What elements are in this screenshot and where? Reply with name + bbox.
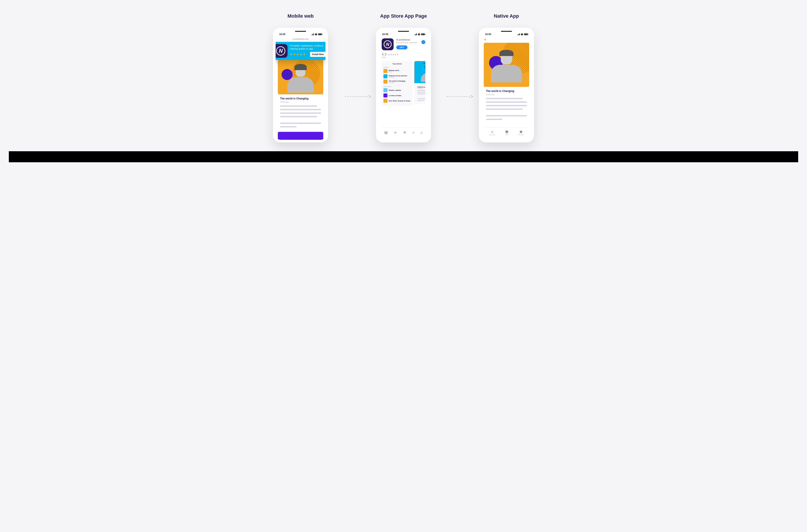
section-label: Opinion xyxy=(383,66,411,68)
status-time: 16:05 xyxy=(382,33,388,36)
wifi-icon: ◉ xyxy=(315,33,317,36)
phone-mockup-native: 16:05 ◉ ‹ The world is Changin xyxy=(479,28,534,142)
text-placeholder xyxy=(417,100,424,101)
text-placeholder xyxy=(486,101,527,103)
get-button[interactable]: GET xyxy=(396,45,407,50)
app-name: N.worldnews xyxy=(396,38,419,41)
story-item: How 'Woke' became an Insult xyxy=(383,99,411,103)
tab-games[interactable]: ⌯ xyxy=(393,131,397,134)
text-placeholder xyxy=(486,105,527,106)
wifi-icon: ◉ xyxy=(521,33,523,36)
banner-message: For better experience, continue reading … xyxy=(290,44,325,51)
story-item: The world is ChangingYesterday xyxy=(383,80,411,83)
text-placeholder xyxy=(280,122,321,124)
story-time: Yesterday xyxy=(389,82,411,83)
column-mobile-web: Mobile web 16:05 ◉ m.worldnews.com N For… xyxy=(273,13,328,142)
star-half-icon: ⯨ xyxy=(303,52,306,56)
story-item: Let them eat fake xyxy=(383,94,411,97)
phone-mockup-mobile-web: 16:05 ◉ m.worldnews.com N For better exp… xyxy=(273,28,328,142)
tab-video[interactable]: ▣video xyxy=(505,129,508,135)
story-time: Yesterday xyxy=(389,76,411,78)
more-button[interactable]: ⋯ xyxy=(421,40,425,44)
tab-arcade[interactable]: ⟐ xyxy=(412,131,415,134)
story-title: How 'Woke' became an Insult xyxy=(389,100,411,102)
text-placeholder xyxy=(417,92,425,93)
text-placeholder xyxy=(280,109,321,110)
column-native: Native App 16:05 ◉ ‹ xyxy=(479,13,534,142)
screenshot-card-left[interactable]: Top stories Opinion Medoan worldToday Fe… xyxy=(382,61,412,106)
star-icon: ★ xyxy=(300,52,303,56)
rating-row: 4.9 ★★★★★ xyxy=(382,53,425,56)
back-button[interactable]: ‹ xyxy=(482,37,531,42)
tab-my-news[interactable]: ◉My News xyxy=(518,129,524,135)
screenshot-header: Top stories xyxy=(383,63,411,65)
column-app-store: App Store App Page 16:05 ◉ N N.wo xyxy=(376,13,431,142)
feature-time: Yesterday xyxy=(416,88,425,89)
app-icon[interactable]: N xyxy=(382,38,393,50)
tab-apps[interactable]: ≋ xyxy=(403,130,406,134)
phone-notch xyxy=(295,31,306,32)
article-card[interactable]: The world is Changing Yesterday xyxy=(278,94,323,130)
text-placeholder xyxy=(486,115,527,116)
story-title: Let them eat fake xyxy=(389,95,411,96)
text-placeholder xyxy=(417,90,425,91)
text-placeholder xyxy=(280,112,321,114)
tab-label: video xyxy=(505,134,508,135)
tab-today[interactable]: ▤ xyxy=(384,130,388,134)
story-thumb xyxy=(383,74,387,78)
section-label: More News xyxy=(383,86,411,87)
story-title: The world is Changing xyxy=(389,80,411,82)
today-icon: ▤ xyxy=(384,130,388,134)
home-icon: ⌂ xyxy=(491,130,494,134)
battery-icon xyxy=(524,33,528,35)
star-icon: ★ xyxy=(293,52,296,56)
article-title: The world is Changing xyxy=(280,97,321,100)
column-title: Native App xyxy=(494,13,519,19)
tab-search[interactable]: ⌕ xyxy=(421,131,423,134)
phone-mockup-app-store: 16:05 ◉ N N.worldnews Run with your mons… xyxy=(376,28,431,142)
install-now-button[interactable]: Install Now xyxy=(310,52,326,57)
layers-icon: ≋ xyxy=(403,130,406,134)
phone-notch xyxy=(398,31,409,32)
status-time: 16:05 xyxy=(485,33,491,36)
star-icon: ★ xyxy=(296,52,299,56)
flow-arrow-2 xyxy=(447,95,473,98)
screenshot-card-right[interactable]: Top Features across A Yesterday xyxy=(414,61,425,106)
story-thumb xyxy=(383,69,387,73)
n-logo: N xyxy=(384,40,391,48)
status-time: 16:05 xyxy=(279,33,285,36)
article-card[interactable]: The world is Changing Yesterday xyxy=(484,87,529,122)
column-title: Mobile web xyxy=(288,13,314,19)
story-title: Weather updates xyxy=(389,90,411,91)
battery-icon xyxy=(318,33,322,35)
feature-title: Features across A xyxy=(416,86,425,88)
battery-icon xyxy=(421,33,425,35)
arcade-icon: ⟐ xyxy=(412,131,415,134)
text-placeholder xyxy=(280,106,317,107)
story-thumb xyxy=(383,94,387,97)
story-thumb xyxy=(383,80,387,83)
install-promo-banner[interactable]: N For better experience, continue readin… xyxy=(275,42,325,60)
story-time: Today xyxy=(389,71,411,73)
secondary-article-card[interactable] xyxy=(278,132,323,140)
app-store-header: N N.worldnews Run with your monstars GET… xyxy=(382,38,425,50)
text-placeholder xyxy=(280,126,296,128)
person-icon: ◉ xyxy=(519,129,522,134)
app-store-tabbar: ▤ ⌯ ≋ ⟐ ⌕ xyxy=(381,128,426,137)
url-bar[interactable]: m.worldnews.com xyxy=(275,37,325,42)
story-thumb xyxy=(383,88,387,92)
article-title: The world is Changing xyxy=(486,90,527,93)
story-item: Medoan worldToday xyxy=(383,69,411,73)
app-icon: N xyxy=(275,44,288,58)
n-logo: N xyxy=(276,46,285,56)
text-placeholder xyxy=(486,119,502,120)
tab-top-stories[interactable]: ⌂Top stories xyxy=(489,130,496,135)
signal-icon xyxy=(415,33,417,35)
search-icon: ⌕ xyxy=(421,131,423,134)
screenshot-header: Top xyxy=(414,61,425,64)
rating-count: 253K xyxy=(382,56,425,58)
rating-value: 4.9 xyxy=(382,53,386,56)
article-timestamp: Yesterday xyxy=(280,101,321,103)
footer-strip xyxy=(9,151,798,162)
signal-icon xyxy=(311,33,314,35)
